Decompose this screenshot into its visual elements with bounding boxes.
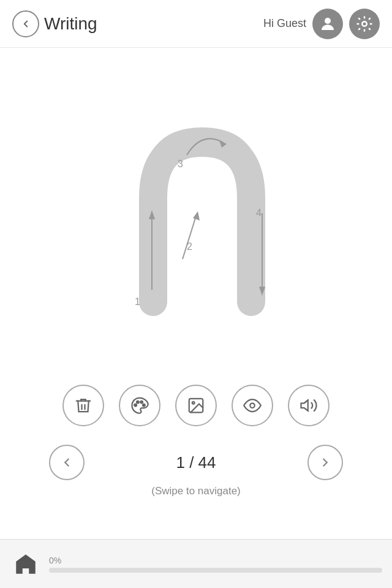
image-button[interactable]: [175, 385, 217, 426]
progress-bar-background: [49, 568, 382, 573]
nav-controls: 1 / 44: [12, 445, 380, 480]
letter-diagram: 1 2 3 4: [116, 94, 276, 326]
svg-point-0: [325, 18, 331, 24]
header: Writing Hi Guest: [0, 0, 392, 48]
avatar-icon[interactable]: [312, 9, 343, 39]
svg-point-18: [192, 402, 195, 404]
bottom-bar: 0%: [0, 539, 392, 588]
svg-point-16: [143, 404, 145, 407]
svg-text:3: 3: [178, 159, 183, 169]
svg-point-1: [362, 21, 367, 26]
toolbar: [0, 372, 392, 439]
header-right: Hi Guest: [263, 9, 380, 39]
sound-button[interactable]: [288, 385, 330, 426]
main-content: 1 2 3 4: [0, 48, 392, 372]
svg-marker-7: [193, 211, 200, 221]
eye-button[interactable]: [232, 385, 273, 426]
svg-text:1: 1: [135, 296, 140, 307]
progress-label: 0%: [49, 556, 382, 565]
settings-icon[interactable]: [349, 9, 380, 39]
next-button[interactable]: [307, 445, 343, 480]
palette-button[interactable]: [119, 385, 160, 426]
header-left: Writing: [12, 10, 97, 37]
prev-button[interactable]: [49, 445, 85, 480]
greeting-text: Hi Guest: [263, 17, 306, 30]
progress-container: 0%: [49, 556, 382, 573]
svg-marker-20: [301, 400, 308, 411]
svg-line-6: [183, 216, 196, 259]
svg-point-19: [250, 403, 255, 408]
home-button[interactable]: [10, 548, 42, 580]
svg-point-13: [134, 404, 137, 407]
swipe-hint: (Swipe to navigate): [151, 485, 241, 497]
page-title: Writing: [44, 14, 97, 34]
svg-point-14: [137, 401, 139, 404]
svg-text:4: 4: [256, 208, 262, 218]
back-button[interactable]: [12, 10, 39, 37]
nav-section: 1 / 44 (Swipe to navigate): [0, 439, 392, 503]
page-indicator: 1 / 44: [176, 453, 216, 472]
svg-point-15: [140, 401, 143, 404]
delete-button[interactable]: [62, 385, 104, 426]
